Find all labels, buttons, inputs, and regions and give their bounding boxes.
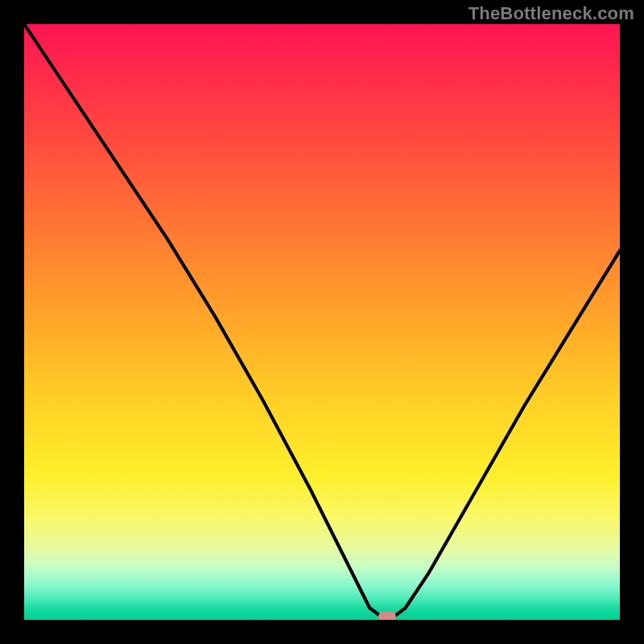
chart-frame: TheBottleneck.com <box>0 0 644 644</box>
plot-area <box>24 24 620 620</box>
bottleneck-curve <box>24 24 620 620</box>
curve-path <box>24 24 620 617</box>
optimum-marker <box>378 612 396 620</box>
watermark-text: TheBottleneck.com <box>469 3 634 24</box>
